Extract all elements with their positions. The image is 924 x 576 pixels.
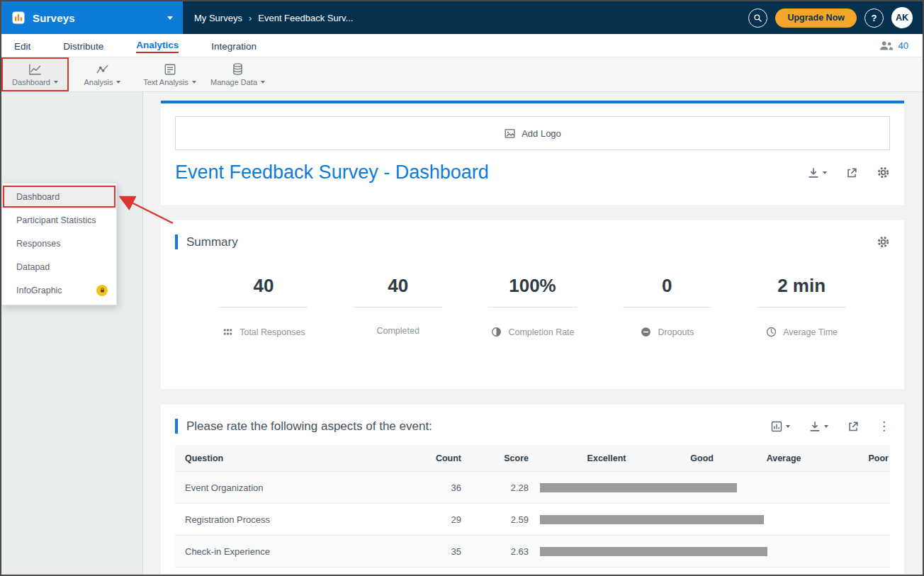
- stat-label: Completed: [376, 326, 419, 336]
- chevron-down-icon: [261, 81, 265, 84]
- clock-icon: [765, 326, 777, 338]
- settings-button[interactable]: [877, 166, 890, 179]
- toolbar-analysis[interactable]: Analysis: [69, 57, 136, 91]
- chevron-down-icon: [823, 171, 827, 174]
- row-count: 36: [416, 482, 473, 493]
- stat-divider: [757, 307, 846, 307]
- section-accent-bar: [175, 419, 178, 434]
- breadcrumb-parent[interactable]: My Surveys: [194, 13, 242, 23]
- score-bar: [540, 547, 767, 556]
- tabbar: Edit Distribute Analytics Integration 40: [1, 34, 923, 57]
- left-sidebar: [1, 92, 143, 576]
- question-mark-icon: ?: [872, 13, 877, 23]
- menu-item-label: Datapad: [16, 262, 50, 272]
- toolbar-analysis-label: Analysis: [84, 78, 113, 86]
- menu-item-label: Responses: [16, 239, 61, 249]
- page-title: Event Feedback Survey - Dashboard: [175, 162, 489, 183]
- app-switcher[interactable]: Surveys: [1, 1, 183, 34]
- more-options-button[interactable]: ⋮: [878, 420, 890, 432]
- summary-settings-button[interactable]: [877, 235, 890, 249]
- share-icon: [845, 166, 858, 179]
- table-row: Event Organization 36 2.28: [175, 472, 890, 504]
- score-bar-track: [540, 515, 890, 524]
- chart-type-button[interactable]: [770, 420, 790, 433]
- line-chart-icon: [28, 63, 43, 76]
- text-analysis-icon: [163, 63, 177, 76]
- gear-icon: [877, 235, 890, 249]
- search-button[interactable]: [748, 9, 767, 28]
- chevron-down-icon: [116, 81, 120, 84]
- download-icon: [808, 420, 821, 433]
- chevron-down-icon: [786, 425, 790, 428]
- stat-divider: [354, 307, 442, 307]
- score-bar-track: [540, 547, 890, 556]
- col-count: Count: [416, 453, 473, 463]
- share-icon: [847, 420, 860, 433]
- chevron-down-icon: [167, 16, 173, 20]
- tab-edit[interactable]: Edit: [14, 40, 30, 52]
- main-content: Add Logo Event Feedback Survey - Dashboa…: [143, 92, 923, 576]
- dashboard-dropdown-menu: Dashboard Participant Statistics Respons…: [1, 183, 117, 305]
- stat-label: Dropouts: [658, 327, 694, 337]
- tab-analytics[interactable]: Analytics: [136, 38, 179, 53]
- stat-value: 0: [599, 275, 734, 297]
- topbar-actions: Upgrade Now ? AK: [748, 7, 923, 28]
- chevron-down-icon: [824, 425, 828, 428]
- row-score: 2.63: [473, 546, 540, 557]
- topbar: Surveys My Surveys › Event Feedback Surv…: [1, 1, 923, 34]
- col-average: Average: [715, 453, 803, 463]
- gear-icon: [877, 166, 890, 179]
- stat-label: Average Time: [783, 327, 838, 337]
- menu-item-datapad[interactable]: Datapad: [2, 255, 116, 278]
- toolbar-manage-data-label: Manage Data: [210, 78, 257, 86]
- stat-divider: [488, 307, 577, 307]
- toolbar-dashboard[interactable]: Dashboard: [1, 57, 69, 91]
- analytics-toolbar: Dashboard Analysis Text Analysis: [1, 57, 923, 92]
- tab-integration[interactable]: Integration: [211, 40, 257, 52]
- menu-item-responses[interactable]: Responses: [2, 232, 116, 255]
- stat-value: 100%: [466, 275, 600, 297]
- score-bar: [540, 515, 764, 524]
- download-icon: [807, 166, 820, 179]
- toolbar-dashboard-label: Dashboard: [12, 78, 50, 86]
- menu-item-infographic[interactable]: InfoGraphic: [2, 278, 116, 302]
- tab-distribute[interactable]: Distribute: [63, 40, 103, 52]
- col-question: Question: [175, 453, 416, 463]
- share-button[interactable]: [845, 166, 858, 179]
- dashboard-header-card: Add Logo Event Feedback Survey - Dashboa…: [161, 101, 904, 205]
- stat-dropouts: 0 Dropouts: [599, 275, 734, 338]
- half-circle-icon: [490, 326, 502, 338]
- breadcrumb: My Surveys › Event Feedback Surv...: [194, 13, 353, 23]
- row-question: Registration Process: [175, 514, 416, 525]
- row-score: 2.28: [473, 482, 540, 493]
- score-bar-track: [540, 483, 890, 492]
- avatar[interactable]: AK: [891, 7, 913, 28]
- download-button[interactable]: [807, 166, 827, 179]
- lock-icon: [99, 287, 106, 293]
- chevron-down-icon: [54, 81, 58, 84]
- responses-counter[interactable]: 40: [879, 40, 908, 51]
- help-button[interactable]: ?: [864, 9, 884, 28]
- score-bar: [540, 483, 737, 492]
- toolbar-manage-data[interactable]: Manage Data: [203, 57, 272, 91]
- stat-label: Total Responses: [240, 327, 305, 337]
- download-button[interactable]: [808, 420, 828, 433]
- stat-completion-rate: 100% Completion Rate: [466, 275, 600, 338]
- stat-value: 2 min: [734, 275, 869, 297]
- col-score: Score: [473, 453, 540, 463]
- rating-table: Question Count Score Excellent Good Aver…: [175, 445, 890, 567]
- premium-badge: [96, 285, 108, 296]
- menu-item-participant-statistics[interactable]: Participant Statistics: [2, 208, 116, 232]
- grid-dots-icon: [222, 326, 234, 338]
- menu-item-dashboard[interactable]: Dashboard: [2, 185, 116, 208]
- table-header-row: Question Count Score Excellent Good Aver…: [175, 445, 890, 472]
- upgrade-now-button[interactable]: Upgrade Now: [775, 9, 857, 28]
- toolbar-text-analysis[interactable]: Text Analysis: [136, 57, 203, 91]
- summary-stats: 40 Total Responses 40: [196, 275, 869, 338]
- share-button[interactable]: [847, 420, 860, 433]
- analysis-chart-icon: [95, 63, 110, 76]
- app-window: Surveys My Surveys › Event Feedback Surv…: [0, 0, 924, 576]
- add-logo-button[interactable]: Add Logo: [175, 116, 890, 150]
- stat-completed: 40 Completed: [331, 275, 466, 338]
- search-icon: [753, 13, 763, 23]
